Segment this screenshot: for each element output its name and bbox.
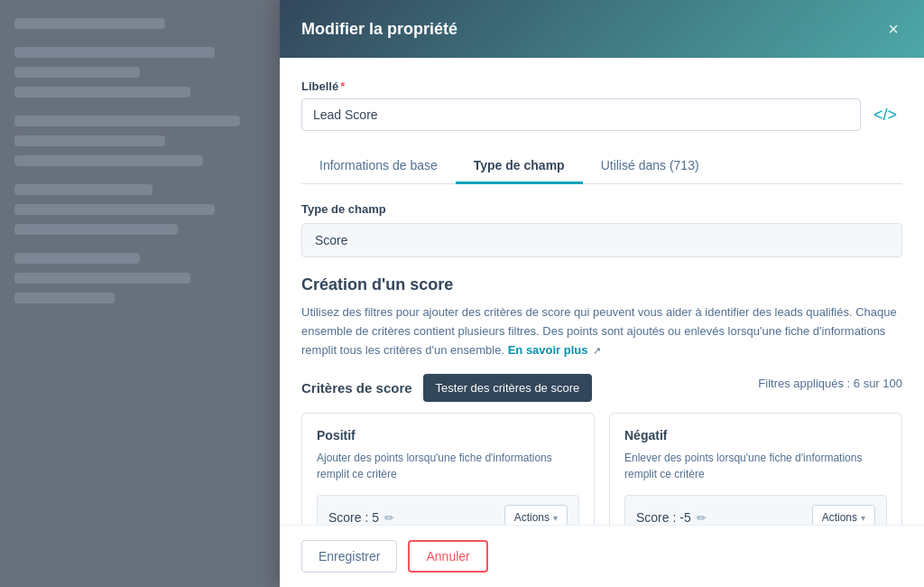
positive-actions-button[interactable]: Actions ▾ — [504, 505, 568, 525]
score-section-title: Création d'un score — [301, 275, 902, 294]
libelle-input[interactable] — [301, 98, 861, 131]
save-button[interactable]: Enregistrer — [301, 540, 397, 573]
libelle-label: Libellé* — [301, 79, 902, 93]
test-criteria-button[interactable]: Tester des critères de score — [423, 374, 593, 402]
modal-body: Libellé* </> Informations de base Type d… — [280, 58, 924, 525]
negative-card-title: Négatif — [624, 428, 887, 443]
modal-header: Modifier la propriété × — [280, 0, 924, 58]
negative-score-value: Score : -5 ✏ — [636, 510, 707, 525]
positive-score-value: Score : 5 ✏ — [328, 510, 394, 525]
tab-informations[interactable]: Informations de base — [301, 149, 456, 184]
modal-footer: Enregistrer Annuler — [280, 525, 924, 587]
negative-actions-button[interactable]: Actions ▾ — [812, 505, 875, 525]
criteria-label: Critères de score — [301, 380, 412, 396]
type-champ-value: Score — [301, 223, 902, 257]
tab-utilise-dans[interactable]: Utilisé dans (713) — [583, 149, 717, 184]
cancel-button[interactable]: Annuler — [408, 540, 487, 573]
negative-card-description: Enlever des points lorsqu'une fiche d'in… — [624, 450, 887, 482]
negative-score-entry: Score : -5 ✏ Actions ▾ — [624, 495, 887, 525]
positive-score-card: Positif Ajouter des points lorsqu'une fi… — [301, 413, 595, 525]
positive-edit-icon[interactable]: ✏ — [384, 511, 394, 525]
libelle-input-row: </> — [301, 98, 902, 131]
positive-card-title: Positif — [317, 428, 579, 443]
tab-type-champ[interactable]: Type de champ — [456, 149, 583, 184]
sidebar-mock — [0, 0, 280, 587]
negative-score-card: Négatif Enlever des points lorsqu'une fi… — [609, 413, 902, 525]
score-cards-grid: Positif Ajouter des points lorsqu'une fi… — [301, 413, 902, 525]
modal-panel: Modifier la propriété × Libellé* </> Inf… — [280, 0, 924, 587]
filters-info: Filtres appliqués : 6 sur 100 — [758, 377, 902, 390]
score-description: Utilisez des filtres pour ajouter des cr… — [301, 303, 902, 359]
code-icon-button[interactable]: </> — [868, 102, 902, 128]
modal-title: Modifier la propriété — [301, 20, 457, 39]
external-link-icon: ↗ — [593, 343, 601, 359]
negative-chevron-icon: ▾ — [861, 513, 865, 523]
positive-chevron-icon: ▾ — [553, 513, 558, 523]
type-champ-label: Type de champ — [301, 202, 902, 216]
negative-edit-icon[interactable]: ✏ — [697, 511, 707, 525]
positive-score-entry: Score : 5 ✏ Actions ▾ — [317, 495, 579, 525]
criteria-row: Critères de score Tester des critères de… — [301, 374, 902, 402]
tabs-bar: Informations de base Type de champ Utili… — [301, 149, 902, 184]
learn-more-link[interactable]: En savoir plus — [508, 343, 588, 357]
positive-card-description: Ajouter des points lorsqu'une fiche d'in… — [317, 450, 579, 482]
modal-close-button[interactable]: × — [884, 16, 902, 42]
